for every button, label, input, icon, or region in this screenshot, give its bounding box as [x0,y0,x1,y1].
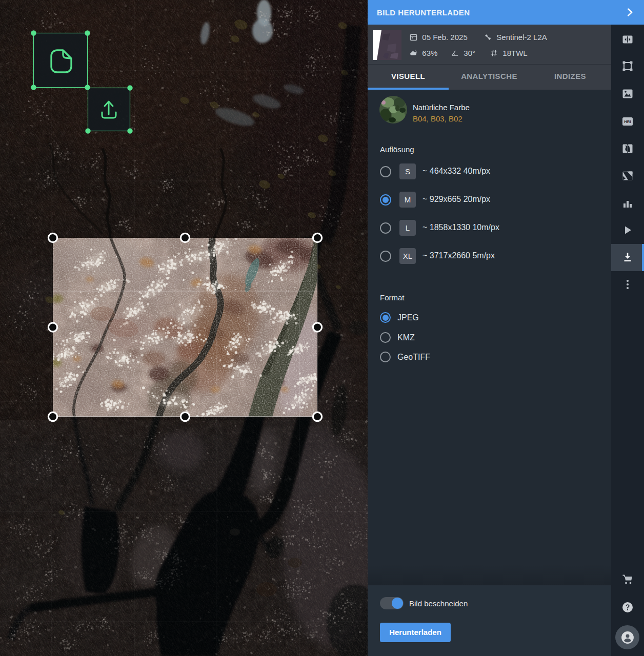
svg-text:HRI: HRI [624,119,631,124]
